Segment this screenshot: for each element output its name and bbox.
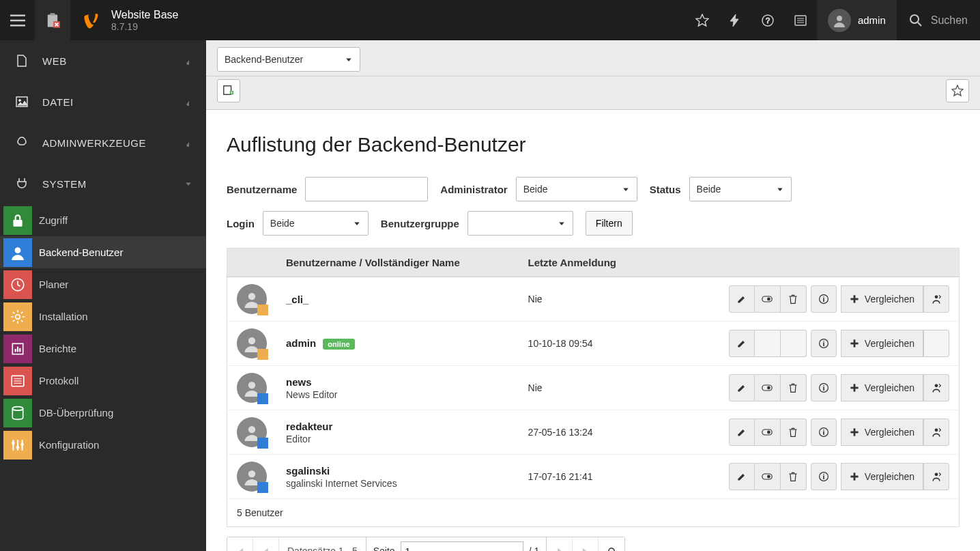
edit-button[interactable] bbox=[729, 285, 755, 313]
sidebar-item-config[interactable]: Konfiguration bbox=[0, 429, 206, 461]
delete-button[interactable] bbox=[781, 374, 807, 401]
module-select[interactable]: Backend-Benutzer bbox=[217, 47, 360, 72]
page-last[interactable] bbox=[573, 537, 599, 551]
switch-user-button[interactable] bbox=[923, 463, 949, 490]
sidebar-item-install[interactable]: Installation bbox=[0, 300, 206, 333]
select-admin[interactable]: Beide bbox=[516, 177, 637, 201]
plus-icon bbox=[850, 472, 859, 481]
info-button[interactable] bbox=[811, 463, 837, 490]
module-sidebar: WEB DATEI ADMINWERKZEUGE SYSTEM ZugriffB… bbox=[0, 40, 206, 551]
docheader bbox=[206, 76, 980, 110]
sidebar-item-label: Installation bbox=[39, 311, 88, 322]
delete-button[interactable] bbox=[781, 285, 807, 313]
disable-button[interactable] bbox=[755, 285, 781, 313]
list-icon bbox=[794, 14, 807, 27]
sidebar-item-dbcheck[interactable]: DB-Überprüfung bbox=[0, 397, 206, 429]
delete-button[interactable] bbox=[781, 463, 807, 490]
section-file[interactable]: DATEI bbox=[0, 81, 206, 122]
disable-button[interactable] bbox=[755, 463, 781, 490]
avatar bbox=[237, 373, 267, 403]
disable-button[interactable] bbox=[755, 419, 781, 446]
table-row: redakteurEditor 27-05-16 13:24 Vergleich… bbox=[227, 410, 960, 455]
compare-button[interactable]: Vergleichen bbox=[841, 463, 923, 490]
page-prev[interactable] bbox=[253, 537, 279, 551]
info-button[interactable] bbox=[811, 374, 837, 401]
switch-user-icon bbox=[931, 294, 942, 305]
user-icon bbox=[833, 14, 846, 27]
trash-icon bbox=[788, 471, 798, 482]
disable-button[interactable] bbox=[755, 374, 781, 401]
compare-button[interactable]: Vergleichen bbox=[841, 285, 923, 313]
sidebar-item-access[interactable]: Zugriff bbox=[0, 204, 206, 236]
config-icon bbox=[3, 431, 32, 460]
switch-user-button[interactable] bbox=[923, 285, 949, 313]
page-first[interactable] bbox=[227, 537, 253, 551]
info-button[interactable] bbox=[811, 285, 837, 313]
table-row: _cli_ Nie Vergleichen bbox=[227, 277, 960, 322]
pencil-icon bbox=[736, 338, 747, 349]
switch-user-button[interactable] bbox=[923, 419, 949, 446]
bookmark-button[interactable] bbox=[686, 0, 719, 40]
avatar bbox=[237, 462, 267, 492]
next-icon bbox=[555, 546, 564, 551]
compare-button[interactable]: Vergleichen bbox=[841, 374, 923, 401]
search-toggle[interactable]: Suchen bbox=[897, 0, 980, 40]
chevron-down-icon bbox=[776, 185, 784, 193]
last-login: 27-05-16 13:24 bbox=[519, 410, 653, 455]
select-group[interactable] bbox=[467, 211, 573, 236]
edit-button[interactable] bbox=[729, 374, 755, 401]
avatar-badge bbox=[257, 305, 268, 315]
select-login-value: Beide bbox=[270, 218, 295, 229]
toggle-icon bbox=[762, 382, 773, 393]
col-lastlogin: Letzte Anmeldung bbox=[519, 249, 653, 277]
compare-button[interactable]: Vergleichen bbox=[841, 330, 923, 357]
dbcheck-icon bbox=[3, 399, 32, 427]
disable-button bbox=[755, 330, 781, 357]
sidebar-item-beuser[interactable]: Backend-Benutzer bbox=[0, 236, 206, 268]
new-record-button[interactable] bbox=[217, 79, 240, 102]
filter-button[interactable]: Filtern bbox=[586, 211, 633, 236]
scheduler-icon bbox=[3, 270, 32, 299]
syslog-button[interactable] bbox=[784, 0, 817, 40]
sidebar-item-label: Backend-Benutzer bbox=[39, 246, 123, 258]
sidebar-item-label: Berichte bbox=[39, 343, 76, 354]
topbar-module-badge[interactable] bbox=[35, 0, 70, 40]
cache-button[interactable] bbox=[719, 0, 751, 40]
compare-button[interactable]: Vergleichen bbox=[841, 419, 923, 446]
edit-button[interactable] bbox=[729, 463, 755, 490]
select-status[interactable]: Beide bbox=[689, 177, 792, 201]
site-title-block: Website Base 8.7.19 bbox=[110, 9, 178, 32]
page-input[interactable] bbox=[401, 541, 523, 551]
sidebar-item-log[interactable]: Protokoll bbox=[0, 365, 206, 397]
topbar: Website Base 8.7.19 admin Suchen bbox=[0, 0, 980, 40]
module-bar: Backend-Benutzer bbox=[206, 40, 980, 76]
sidebar-item-scheduler[interactable]: Planer bbox=[0, 268, 206, 300]
info-icon bbox=[818, 471, 829, 482]
input-username[interactable] bbox=[305, 177, 428, 201]
page-refresh[interactable] bbox=[599, 537, 624, 551]
section-admintools[interactable]: ADMINWERKZEUGE bbox=[0, 122, 206, 163]
menu-toggle[interactable] bbox=[0, 0, 35, 40]
pencil-icon bbox=[736, 471, 747, 482]
user-menu[interactable]: admin bbox=[817, 0, 897, 40]
page-next[interactable] bbox=[547, 537, 573, 551]
page-title: Auflistung der Backend-Benutzer bbox=[227, 133, 960, 156]
section-web[interactable]: WEB bbox=[0, 40, 206, 81]
table-row: admin online 10-10-18 09:54 Vergleichen bbox=[227, 322, 960, 366]
users-table: Benutzername / Vollständiger Name Letzte… bbox=[227, 248, 960, 527]
help-button[interactable] bbox=[751, 0, 784, 40]
select-login[interactable]: Beide bbox=[263, 211, 369, 236]
delete-button[interactable] bbox=[781, 419, 807, 446]
info-button[interactable] bbox=[811, 330, 837, 357]
plus-icon bbox=[850, 294, 859, 304]
edit-button[interactable] bbox=[729, 419, 755, 446]
bolt-icon bbox=[728, 14, 742, 27]
edit-button[interactable] bbox=[729, 330, 755, 357]
section-system[interactable]: SYSTEM bbox=[0, 163, 206, 204]
avatar-badge bbox=[257, 349, 268, 360]
switch-user-button[interactable] bbox=[923, 374, 949, 401]
sidebar-item-reports[interactable]: Berichte bbox=[0, 333, 206, 365]
bookmark-page-button[interactable] bbox=[946, 79, 969, 102]
plus-icon bbox=[850, 339, 859, 348]
info-button[interactable] bbox=[811, 419, 837, 446]
